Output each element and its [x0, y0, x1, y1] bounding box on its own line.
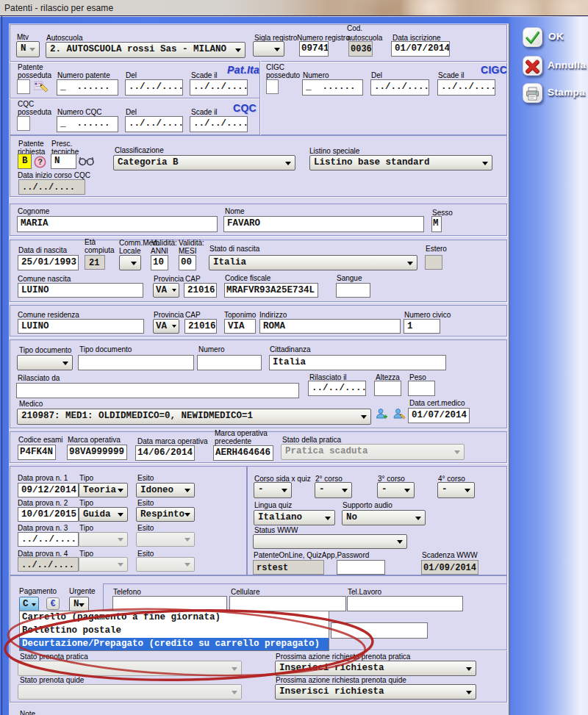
svg-text:?: ? [37, 157, 43, 166]
